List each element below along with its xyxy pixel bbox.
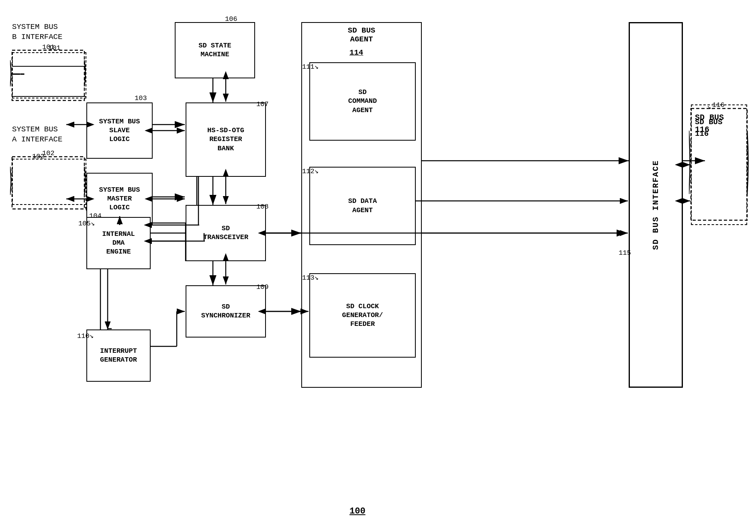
system-bus-slave-box: SYSTEM BUSSLAVELOGIC — [86, 102, 153, 159]
ref-110: 110↘ — [77, 331, 94, 340]
sd-bus-interface-bar: SD BUS INTERFACE — [629, 22, 683, 388]
ref-116-arrow: ↘ — [707, 102, 711, 111]
sd-bus-agent-label: SD BUSAGENT — [305, 26, 418, 44]
figure-number: 100 — [349, 506, 366, 516]
brace-101-left: ⎯⎯⎯ — [13, 58, 25, 76]
ref-102-label: 102 — [42, 149, 55, 157]
interrupt-generator-box: INTERRUPTGENERATOR — [86, 329, 151, 382]
hs-sd-otg-box: HS-SD-OTGREGISTERBANK — [186, 102, 266, 177]
ref-116-label: 116 — [712, 101, 725, 109]
sd-transceiver-box: SDTRANSCEIVER — [186, 205, 266, 261]
system-bus-a-label: SYSTEM BUSA INTERFACE — [12, 125, 62, 144]
ref-114: 114 — [349, 48, 363, 57]
ref-109: 109 — [256, 283, 269, 291]
sd-command-agent-box: SDCOMMANDAGENT — [309, 62, 416, 141]
diagram-container: SYSTEM BUSB INTERFACE 101 ⎯⎯⎯ SYSTEM BUS… — [0, 0, 756, 532]
ref-106: 106 — [225, 15, 237, 23]
ref-108: 108 — [256, 203, 269, 211]
sd-data-agent-box: SD DATAAGENT — [309, 167, 416, 245]
ref-103: 103 — [135, 94, 147, 102]
ref-101-label: 101 — [42, 43, 55, 51]
ref-105: 105↘ — [78, 219, 95, 227]
internal-dma-box: INTERNALDMAENGINE — [86, 217, 151, 269]
sd-bus-text: SD BUS116 — [695, 112, 724, 136]
ref-104: 104 — [89, 212, 102, 220]
dashed-box-102 — [12, 159, 86, 205]
ref-107: 107 — [256, 100, 269, 108]
sd-state-machine-box: SD STATEMACHINE — [175, 22, 255, 78]
sd-synchronizer-box: SDSYNCHRONIZER — [186, 285, 266, 338]
ref-115: 115 — [619, 249, 631, 257]
system-bus-b-label: SYSTEM BUSB INTERFACE — [12, 22, 62, 42]
ref-113: 113↘ — [302, 273, 319, 282]
ref-112: 112↘ — [302, 167, 319, 175]
sd-clock-generator-box: SD CLOCKGENERATOR/FEEDER — [309, 273, 416, 358]
ref-111: 111↘ — [302, 62, 319, 71]
